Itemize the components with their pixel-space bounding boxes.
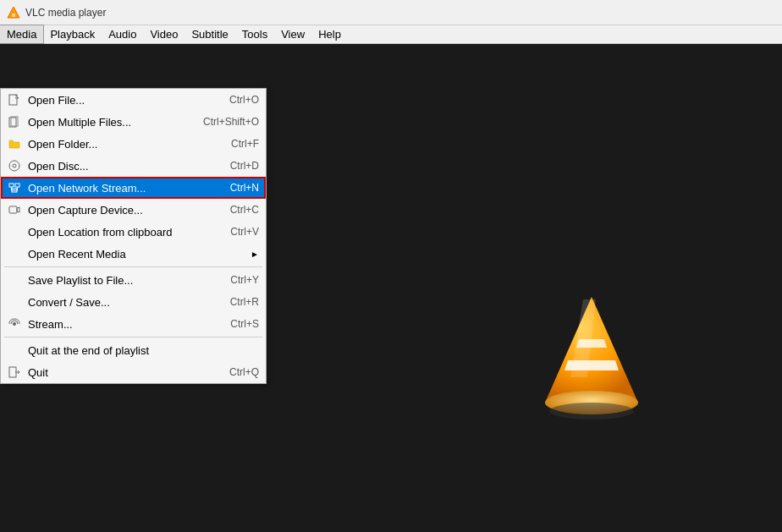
svg-rect-13: [9, 206, 17, 213]
svg-point-22: [549, 403, 634, 420]
stream-icon: [8, 317, 21, 331]
menu-save-playlist[interactable]: Save Playlist to File... Ctrl+Y: [1, 269, 266, 291]
capture-icon: [8, 203, 21, 217]
menu-open-file[interactable]: Open File... Ctrl+O: [1, 89, 266, 111]
quit-end-icon: [8, 343, 21, 357]
menu-video[interactable]: Video: [143, 25, 184, 43]
menu-bar: Media Playback Audio Video Subtitle Tool…: [0, 25, 782, 44]
svg-rect-16: [9, 367, 16, 377]
vlc-cone-logo: [537, 293, 647, 422]
file-icon: [8, 93, 21, 107]
svg-point-5: [9, 161, 19, 171]
menu-open-folder[interactable]: Open Folder... Ctrl+F: [1, 133, 266, 155]
main-content: Open File... Ctrl+O Open Multiple Files.…: [0, 44, 782, 532]
menu-tools[interactable]: Tools: [235, 25, 274, 43]
menu-stream[interactable]: Stream... Ctrl+S: [1, 313, 266, 335]
quit-icon: [8, 365, 21, 379]
separator-2: [4, 337, 262, 337]
svg-rect-8: [15, 184, 19, 187]
files-icon: [8, 115, 21, 129]
menu-open-recent[interactable]: Open Recent Media ►: [1, 243, 266, 265]
cone-svg: [537, 293, 647, 420]
menu-audio[interactable]: Audio: [102, 25, 143, 43]
title-bar-text: VLC media player: [25, 7, 106, 19]
convert-icon: [8, 295, 21, 309]
menu-subtitle[interactable]: Subtitle: [184, 25, 234, 43]
vlc-icon: [7, 6, 20, 19]
title-bar: VLC media player: [0, 0, 782, 25]
menu-open-disc[interactable]: Open Disc... Ctrl+D: [1, 155, 266, 177]
menu-view[interactable]: View: [274, 25, 311, 43]
svg-rect-7: [9, 184, 14, 187]
menu-convert[interactable]: Convert / Save... Ctrl+R: [1, 291, 266, 313]
menu-media[interactable]: Media: [0, 25, 43, 43]
menu-open-clipboard[interactable]: Open Location from clipboard Ctrl+V: [1, 221, 266, 243]
menu-open-capture[interactable]: Open Capture Device... Ctrl+C: [1, 199, 266, 221]
menu-quit-end[interactable]: Quit at the end of playlist: [1, 339, 266, 361]
submenu-arrow: ►: [251, 250, 259, 259]
save-icon: [8, 273, 21, 287]
disc-icon: [8, 159, 21, 173]
media-dropdown: Open File... Ctrl+O Open Multiple Files.…: [0, 88, 267, 384]
svg-rect-3: [9, 118, 16, 127]
menu-open-multiple[interactable]: Open Multiple Files... Ctrl+Shift+O: [1, 111, 266, 133]
svg-rect-4: [11, 117, 18, 126]
menu-open-network[interactable]: Open Network Stream... Ctrl+N: [1, 177, 266, 199]
network-icon: [8, 181, 21, 195]
separator-1: [4, 266, 262, 267]
svg-rect-1: [12, 14, 15, 17]
menu-help[interactable]: Help: [311, 25, 348, 43]
svg-point-6: [13, 164, 16, 167]
svg-point-15: [13, 322, 16, 326]
folder-icon: [8, 137, 21, 151]
svg-marker-14: [17, 207, 19, 212]
recent-icon: [8, 247, 21, 261]
clipboard-icon: [8, 225, 21, 239]
menu-playback[interactable]: Playback: [43, 25, 102, 43]
menu-quit[interactable]: Quit Ctrl+Q: [1, 361, 266, 383]
